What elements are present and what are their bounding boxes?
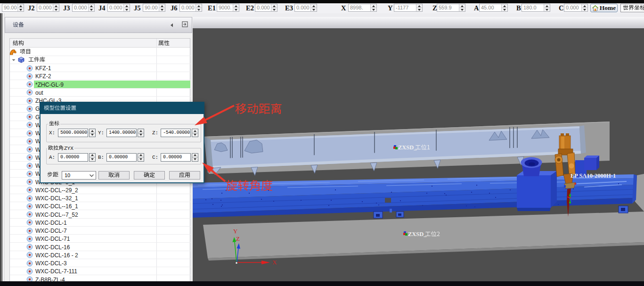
svg-text:EP SA10-2000H-1: EP SA10-2000H-1 [571, 172, 616, 179]
svg-text:Y: Y [233, 228, 238, 235]
svg-text:ZXSD_: ZXSD_ [408, 231, 427, 237]
svg-text:Z: Z [236, 235, 240, 242]
svg-text:X: X [272, 259, 277, 266]
svg-text:ZXSD_: ZXSD_ [398, 144, 417, 151]
